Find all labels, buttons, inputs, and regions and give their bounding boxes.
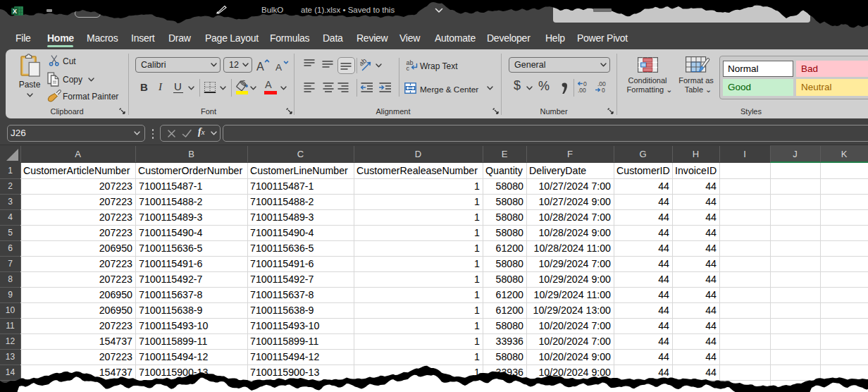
svg-text:A: A bbox=[256, 61, 264, 73]
svg-text:c: c bbox=[407, 65, 410, 71]
svg-text:A: A bbox=[275, 62, 282, 73]
svg-text:.00: .00 bbox=[578, 87, 586, 93]
svg-text:0: 0 bbox=[602, 87, 605, 93]
svg-text:X: X bbox=[13, 8, 17, 15]
